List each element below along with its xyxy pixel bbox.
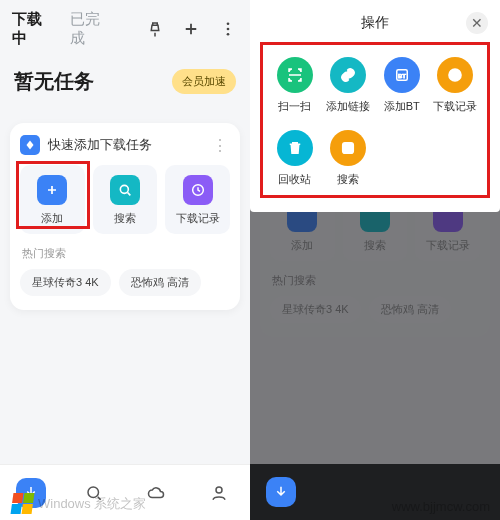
hot-chip[interactable]: 星球传奇3 4K	[20, 269, 111, 296]
op-label: 回收站	[278, 172, 311, 187]
more-icon[interactable]	[217, 18, 238, 40]
tile-search[interactable]: 搜索	[93, 165, 158, 234]
quick-add-card: 快速添加下载任务 ⋮ 添加 搜索 下载记录 热门搜索	[10, 123, 240, 310]
nav-profile[interactable]	[204, 478, 234, 508]
svg-text:BT: BT	[398, 73, 406, 79]
hot-chip[interactable]: 恐怖鸡 高清	[119, 269, 201, 296]
op-link[interactable]: 添加链接	[323, 51, 375, 120]
close-icon[interactable]: ✕	[466, 12, 488, 34]
op-label: 添加BT	[384, 99, 420, 114]
watermark-right: www.bjjmcw.com	[392, 499, 490, 514]
history-icon	[183, 175, 213, 205]
windows-logo-icon	[11, 493, 35, 514]
hot-search-label: 热门搜索	[22, 246, 228, 261]
search-plus-icon	[330, 130, 366, 166]
empty-state-row: 暂无任务 会员加速	[0, 54, 250, 105]
trash-icon	[277, 130, 313, 166]
empty-state-title: 暂无任务	[14, 68, 94, 95]
vip-accel-badge[interactable]: 会员加速	[172, 69, 236, 94]
op-label: 扫一扫	[278, 99, 311, 114]
svg-point-2	[226, 33, 229, 36]
tile-add[interactable]: 添加	[20, 165, 85, 234]
operations-sheet: 操作 ✕ 扫一扫 添加链接 BT 添加BT 下载记录	[250, 0, 500, 212]
watermark-left: Windows 系统之家	[12, 493, 146, 514]
op-scan[interactable]: 扫一扫	[269, 51, 321, 120]
svg-point-1	[226, 28, 229, 31]
app-logo-icon	[20, 135, 40, 155]
op-label: 下载记录	[433, 99, 477, 114]
sheet-title: 操作	[361, 14, 389, 32]
op-history[interactable]: 下载记录	[430, 51, 482, 120]
hot-chip-row: 星球传奇3 4K 恐怖鸡 高清	[20, 269, 230, 296]
clock-icon	[437, 57, 473, 93]
svg-point-6	[216, 487, 222, 493]
tab-downloading[interactable]: 下载中	[12, 10, 54, 48]
split-screenshot: 下载中 已完成 暂无任务 会员加速 快速添加下载任务 ⋮ 添加	[0, 0, 500, 520]
quick-add-title: 快速添加下载任务	[48, 136, 152, 154]
tile-search-label: 搜索	[114, 211, 136, 226]
pane-right: 添加 搜索 下载记录 热门搜索 星球传奇3 4K恐怖鸡 高清 操作 ✕ 扫一扫	[250, 0, 500, 520]
magnifier-icon	[110, 175, 140, 205]
svg-point-0	[226, 22, 229, 25]
bt-icon: BT	[384, 57, 420, 93]
op-search[interactable]: 搜索	[323, 124, 375, 193]
op-label: 添加链接	[326, 99, 370, 114]
nav-home[interactable]	[266, 477, 296, 507]
quick-tile-row: 添加 搜索 下载记录	[20, 165, 230, 234]
pane-left: 下载中 已完成 暂无任务 会员加速 快速添加下载任务 ⋮ 添加	[0, 0, 250, 520]
tab-done[interactable]: 已完成	[70, 10, 112, 48]
svg-point-3	[120, 185, 128, 193]
op-label: 搜索	[337, 172, 359, 187]
op-trash[interactable]: 回收站	[269, 124, 321, 193]
op-bt[interactable]: BT 添加BT	[376, 51, 428, 120]
tile-add-label: 添加	[41, 211, 63, 226]
tile-history-label: 下载记录	[176, 211, 220, 226]
card-more-icon[interactable]: ⋮	[212, 136, 230, 155]
operations-grid: 扫一扫 添加链接 BT 添加BT 下载记录 回收站	[260, 42, 490, 198]
link-icon	[330, 57, 366, 93]
plus-icon[interactable]	[181, 18, 202, 40]
tile-history[interactable]: 下载记录	[165, 165, 230, 234]
pin-icon[interactable]	[144, 18, 165, 40]
scan-icon	[277, 57, 313, 93]
plus-square-icon	[37, 175, 67, 205]
header: 下载中 已完成	[0, 0, 250, 54]
